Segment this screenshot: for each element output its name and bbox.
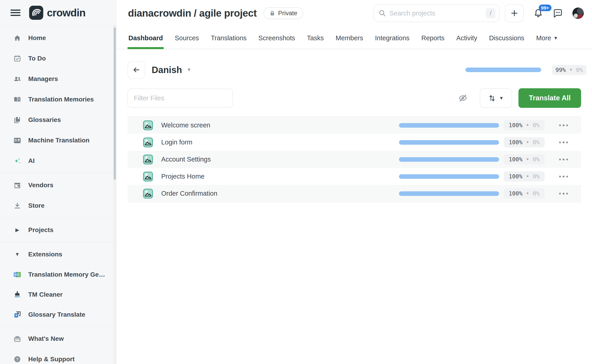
sort-arrows-icon: [488, 94, 496, 102]
sidebar-scrollbar-track[interactable]: [113, 26, 116, 364]
file-progress-bar: [399, 140, 499, 145]
tab-activity[interactable]: Activity: [456, 34, 478, 49]
tab-tasks[interactable]: Tasks: [306, 34, 324, 49]
image-file-icon: [143, 172, 153, 182]
brush-cleaner-icon: [13, 291, 22, 299]
sidebar-scrollbar-thumb[interactable]: [114, 27, 116, 180]
hide-completed-eye-off-icon[interactable]: [458, 93, 468, 103]
image-file-icon: [143, 188, 153, 199]
storefront-icon: [13, 182, 22, 189]
calendar-check-icon: [13, 55, 22, 62]
tab-discussions[interactable]: Discussions: [489, 34, 525, 49]
chevron-right-icon: ▶︎: [13, 227, 22, 233]
lock-icon: [269, 10, 275, 16]
sidebar-item-home[interactable]: Home: [0, 28, 116, 48]
chat-icon: [553, 8, 563, 18]
glossary-translate-icon: A: [13, 311, 22, 318]
svg-text:?: ?: [16, 357, 19, 362]
image-file-icon: [143, 137, 153, 147]
tab-reports[interactable]: Reports: [421, 34, 445, 49]
file-row-projects-home[interactable]: Projects Home 100% • 0%: [127, 168, 581, 185]
ai-sparkles-icon: [13, 157, 22, 165]
plus-icon: [510, 9, 519, 17]
messages-button[interactable]: [553, 8, 563, 18]
file-actions-menu-button[interactable]: [559, 193, 568, 195]
sidebar-item-machine-translation[interactable]: G Machine Translation: [0, 130, 116, 151]
file-row-welcome-screen[interactable]: Welcome screen 100% • 0%: [127, 117, 581, 134]
search-input[interactable]: [389, 10, 483, 17]
sidebar-header: crowdin: [0, 0, 116, 26]
tab-members[interactable]: Members: [335, 34, 364, 49]
help-question-icon: ?: [13, 356, 22, 363]
sidebar-item-whats-new[interactable]: What's New: [0, 329, 116, 349]
back-button[interactable]: [127, 61, 145, 79]
sidebar-nav: Home To Do Managers Translation Memories: [0, 26, 116, 364]
language-header: Danish ▼︎ 99% • 0%: [117, 57, 592, 82]
sidebar-item-extensions[interactable]: ▼︎ Extensions: [0, 244, 116, 265]
gift-icon: [13, 335, 22, 342]
managers-people-icon: [13, 75, 22, 83]
privacy-badge-label: Private: [278, 10, 297, 17]
svg-text:G: G: [14, 138, 17, 142]
hamburger-menu-icon[interactable]: [10, 8, 21, 17]
file-row-login-form[interactable]: Login form 100% • 0%: [127, 134, 581, 151]
file-progress-label: 100% • 0%: [504, 188, 545, 199]
tab-dashboard[interactable]: Dashboard: [128, 34, 163, 49]
sidebar-item-managers[interactable]: Managers: [0, 69, 116, 89]
main-area: dianacrowdin / agile project Private / 9…: [117, 0, 592, 364]
translate-all-button[interactable]: Translate All: [519, 88, 581, 108]
search-icon: [379, 9, 386, 17]
tab-integrations[interactable]: Integrations: [375, 34, 410, 49]
image-file-icon: [143, 155, 153, 164]
crowdin-logo[interactable]: crowdin: [29, 6, 85, 20]
create-project-button[interactable]: [505, 4, 524, 22]
language-name: Danish: [152, 65, 182, 75]
file-progress-bar: [399, 174, 499, 179]
tab-screenshots[interactable]: Screenshots: [258, 34, 296, 49]
privacy-badge: Private: [263, 7, 303, 19]
image-file-icon: [143, 120, 153, 130]
file-row-account-settings[interactable]: Account Settings 100% • 0%: [127, 151, 581, 168]
project-title: dianacrowdin / agile project: [128, 7, 257, 19]
sidebar-item-tm-cleaner[interactable]: TM Cleaner: [0, 285, 116, 305]
tab-sources[interactable]: Sources: [174, 34, 199, 49]
sidebar: crowdin Home To Do Managers: [0, 0, 117, 364]
sidebar-item-help-support[interactable]: ? Help & Support: [0, 349, 116, 364]
chevron-down-icon: ▼︎: [553, 35, 558, 41]
sidebar-item-projects[interactable]: ▶︎ Projects: [0, 220, 116, 240]
sidebar-item-vendors[interactable]: Vendors: [0, 175, 116, 195]
file-actions-menu-button[interactable]: [559, 124, 568, 126]
notifications-button[interactable]: 99+: [533, 8, 543, 18]
sidebar-item-todo[interactable]: To Do: [0, 48, 116, 69]
sidebar-divider: [0, 218, 116, 218]
sidebar-item-tm-generator[interactable]: Translation Memory Gene...: [0, 265, 116, 285]
file-actions-menu-button[interactable]: [559, 176, 568, 177]
user-avatar[interactable]: [572, 7, 584, 19]
sidebar-item-store[interactable]: Store: [0, 195, 116, 216]
sidebar-item-ai[interactable]: AI: [0, 151, 116, 171]
tab-translations[interactable]: Translations: [210, 34, 247, 49]
sidebar-item-translation-memories[interactable]: Translation Memories: [0, 89, 116, 110]
file-progress-bar: [399, 123, 499, 128]
home-icon: [13, 34, 22, 42]
filter-files-input[interactable]: [127, 89, 233, 108]
file-actions-menu-button[interactable]: [559, 142, 568, 143]
sidebar-item-glossaries[interactable]: Glossaries: [0, 110, 116, 130]
files-toolbar: ▼︎ Translate All: [117, 88, 592, 108]
glossary-book-icon: [13, 116, 22, 124]
file-actions-menu-button[interactable]: [559, 159, 568, 160]
file-progress-label: 100% • 0%: [504, 154, 545, 164]
language-dropdown-caret[interactable]: ▼︎: [186, 67, 192, 73]
notifications-count-badge: 99+: [539, 5, 552, 11]
language-progress-label: 99% • 0%: [552, 65, 586, 75]
file-progress-bar: [399, 157, 499, 162]
sidebar-divider: [0, 242, 116, 242]
project-tabs: Dashboard Sources Translations Screensho…: [117, 26, 592, 49]
tab-more[interactable]: More▼︎: [536, 34, 559, 49]
app-window: crowdin Home To Do Managers: [0, 0, 592, 364]
file-list: Welcome screen 100% • 0% Login form 100%…: [127, 117, 581, 202]
file-row-order-confirmation[interactable]: Order Confirmation 100% • 0%: [127, 185, 581, 202]
search-box[interactable]: /: [373, 4, 499, 22]
sort-button[interactable]: ▼︎: [480, 88, 512, 108]
sidebar-item-glossary-translate[interactable]: A Glossary Translate: [0, 305, 116, 325]
